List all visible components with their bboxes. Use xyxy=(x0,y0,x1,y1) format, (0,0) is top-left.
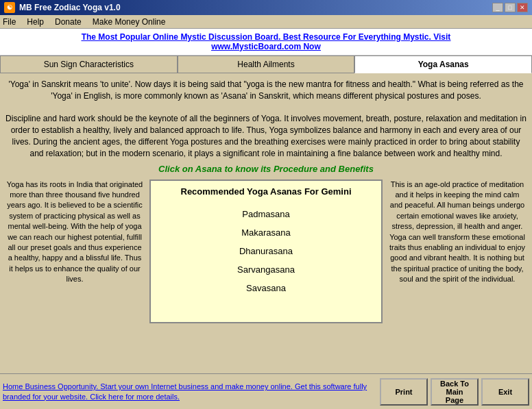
left-text: Yoga has its roots in India that origina… xyxy=(5,179,144,323)
intro-para2: Discipline and hard work should be the k… xyxy=(5,114,527,158)
menu-file[interactable]: File xyxy=(3,17,16,27)
footer-text[interactable]: Home Business Opportunity. Start your ow… xyxy=(3,382,377,401)
back-to-main-label: Back To MainPage xyxy=(432,380,477,404)
menu-donate[interactable]: Donate xyxy=(55,17,82,27)
tab-sun-sign[interactable]: Sun Sign Characteristics xyxy=(0,55,178,73)
yoga-box-title: Recommended Yoga Asanas For Gemini xyxy=(181,186,352,197)
menu-make-money[interactable]: Make Money Online xyxy=(93,17,166,27)
asana-dhanurasana[interactable]: Dhanurasana xyxy=(239,246,293,256)
ad-banner-link[interactable]: The Most Popular Online Mystic Discussio… xyxy=(82,32,451,51)
intro-para1: 'Yoga' in Sanskrit means 'to unite'. Now… xyxy=(9,79,524,101)
middle-section: Yoga has its roots in India that origina… xyxy=(5,179,527,323)
tab-health-ailments[interactable]: Health Ailments xyxy=(178,55,355,73)
menu-bar: File Help Donate Make Money Online xyxy=(0,15,532,29)
back-to-main-button[interactable]: Back To MainPage xyxy=(431,378,479,406)
title-bar: ☯ MB Free Zodiac Yoga v1.0 _ □ ✕ xyxy=(0,0,532,15)
right-text: This is an age-old practice of meditatio… xyxy=(388,179,527,323)
click-info: Click on Asana to know its Procedure and… xyxy=(5,164,527,174)
menu-help[interactable]: Help xyxy=(27,17,44,27)
title-bar-controls[interactable]: _ □ ✕ xyxy=(492,3,528,12)
asana-savasana[interactable]: Savasana xyxy=(246,283,286,293)
window-title: MB Free Zodiac Yoga v1.0 xyxy=(19,3,121,12)
ad-banner-text: The Most Popular Online Mystic Discussio… xyxy=(82,32,451,51)
main-content: 'Yoga' in Sanskrit means 'to unite'. Now… xyxy=(0,73,532,375)
ad-banner[interactable]: The Most Popular Online Mystic Discussio… xyxy=(0,29,532,55)
tab-yoga-asanas[interactable]: Yoga Asanas xyxy=(354,55,532,73)
minimize-button[interactable]: _ xyxy=(492,3,503,12)
intro-text: 'Yoga' in Sanskrit means 'to unite'. Now… xyxy=(5,79,527,160)
footer: Home Business Opportunity. Start your ow… xyxy=(0,373,532,409)
maximize-button[interactable]: □ xyxy=(505,3,516,12)
close-button[interactable]: ✕ xyxy=(517,3,528,12)
yoga-box: Recommended Yoga Asanas For Gemini Padma… xyxy=(149,179,383,323)
asana-makarasana[interactable]: Makarasana xyxy=(241,227,291,238)
print-button[interactable]: Print xyxy=(380,378,428,406)
app-icon: ☯ xyxy=(4,2,15,13)
exit-button[interactable]: Exit xyxy=(481,378,529,406)
tabs: Sun Sign Characteristics Health Ailments… xyxy=(0,55,532,73)
asana-padmasana[interactable]: Padmasana xyxy=(242,209,289,219)
asana-sarvangasana[interactable]: Sarvangasana xyxy=(237,264,295,275)
title-bar-left: ☯ MB Free Zodiac Yoga v1.0 xyxy=(4,2,121,13)
